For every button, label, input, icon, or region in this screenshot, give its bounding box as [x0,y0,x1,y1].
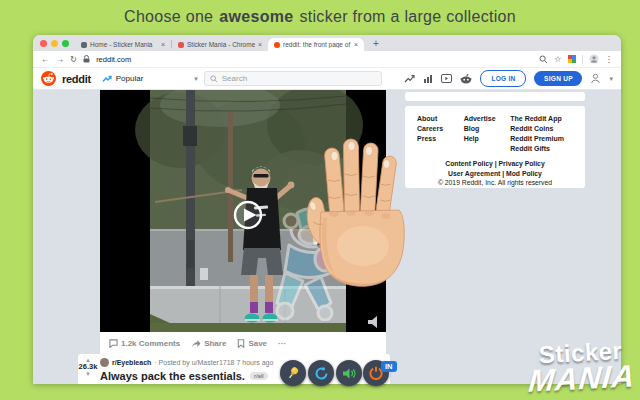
post-meta: · Posted by u/Master1718 7 hours ago [154,359,273,366]
comment-icon [109,339,118,348]
sidebar-link-careers[interactable]: Careers [417,125,464,132]
refresh-stickers-button[interactable] [308,360,334,386]
forward-icon[interactable]: → [56,54,65,64]
post-action-bar: 1.2k Comments Share Save ··· [100,332,386,354]
share-icon [191,339,201,348]
sticker-mania-logo: Sticker MANIA [527,338,636,396]
reddit-favicon [274,42,280,48]
sound-toggle-button[interactable] [336,360,362,386]
post-flair-badge: r/all [250,372,268,380]
chevron-down-icon: ▾ [194,75,198,83]
vote-score: 26.3k [79,363,98,371]
close-window-button[interactable] [40,40,47,47]
reddit-snoo-logo[interactable] [41,71,56,86]
popular-trending-icon[interactable] [404,74,415,84]
search-icon [210,75,218,83]
tab-title: reddit: the front page of the in [283,41,351,48]
lock-icon [83,55,90,63]
promo-banner: Choose one awesome sticker from a large … [0,0,640,34]
tab-bar: Home - Sticker Mania × Sticker Mania - C… [33,35,621,51]
signup-button[interactable]: SIGN UP [534,71,582,86]
logo-line-2: MANIA [528,362,637,396]
feed-selector[interactable]: Popular ▾ [102,74,198,84]
web-store-favicon [178,42,184,48]
banner-text-suffix: sticker from a large collection [299,8,516,26]
tab-home-sticker-mania[interactable]: Home - Sticker Mania × [75,38,171,51]
ellipsis-icon: ··· [278,339,286,348]
policy-links-row2[interactable]: User Agreement | Mod Policy [417,169,573,179]
sidebar-link-blog[interactable]: Blog [464,125,511,132]
browser-menu-icon[interactable]: ⋮ [605,54,614,64]
login-button[interactable]: LOG IN [480,70,526,87]
subreddit-avatar[interactable] [100,358,109,367]
sticker-mania-favicon [81,42,87,48]
chrome-profile-icon[interactable] [589,54,599,64]
reload-icon[interactable]: ↻ [70,54,77,64]
post-title[interactable]: Always pack the essentials. [100,370,245,382]
sidebar-card-partial [405,92,585,101]
close-tab-icon[interactable]: × [354,41,358,48]
sidebar-link-help[interactable]: Help [464,135,511,142]
zoom-window-button[interactable] [62,40,69,47]
sidebar-footer-card: About Careers Press Advertise Blog Help … [405,106,585,188]
bookmark-star-icon[interactable]: ☆ [554,54,562,64]
close-tab-icon[interactable]: × [161,41,165,48]
sidebar-link-about[interactable]: About [417,115,464,122]
copyright-text: © 2019 Reddit, Inc. All rights reserved [417,178,573,188]
minimize-window-button[interactable] [51,40,58,47]
tab-title: Home - Sticker Mania [90,41,158,48]
downvote-icon[interactable]: ▼ [85,371,91,377]
close-tab-icon[interactable]: × [258,41,262,48]
sidebar-link-reddit-app[interactable]: The Reddit App [510,115,573,122]
divider [582,55,583,64]
more-options-button[interactable]: ··· [278,339,286,348]
refresh-icon [314,366,329,381]
share-label: Share [204,339,226,348]
subreddit-link[interactable]: r/Eyebleach [112,359,151,366]
comments-label: 1.2k Comments [121,339,180,348]
original-video-icon[interactable] [441,74,452,83]
tab-chrome-web-store[interactable]: Sticker Mania - Chrome Web S × [172,38,268,51]
chevron-down-icon[interactable]: ▾ [609,75,613,83]
sticker-mania-extension-icon[interactable] [568,55,576,63]
tab-title: Sticker Mania - Chrome Web S [187,41,255,48]
speaker-icon [342,367,356,380]
banner-text-prefix: Choose one [124,8,213,26]
vote-column: ▲ 26.3k ▼ [78,354,98,384]
in-status-badge: IN [381,361,397,372]
tab-reddit-active[interactable]: reddit: the front page of the in × [268,38,364,51]
share-button[interactable]: Share [191,339,226,348]
url-field[interactable]: reddit.com [96,55,131,64]
save-button[interactable]: Save [237,339,267,348]
reddit-wordmark[interactable]: reddit [62,73,91,85]
trending-icon [102,74,112,84]
sidebar-link-reddit-premium[interactable]: Reddit Premium [510,135,573,142]
pin-sticker-button[interactable] [280,360,306,386]
sidebar-link-reddit-coins[interactable]: Reddit Coins [510,125,573,132]
pushpin-icon [286,366,300,380]
save-label: Save [248,339,267,348]
address-bar: ← → ↻ reddit.com ☆ ⋮ [33,51,621,68]
back-icon[interactable]: ← [41,54,50,64]
bookmark-icon [237,339,245,348]
user-account-icon[interactable] [590,73,601,84]
search-placeholder: Search [222,74,247,83]
top-communities-icon[interactable] [423,74,433,84]
sidebar-link-press[interactable]: Press [417,135,464,142]
play-button[interactable] [235,202,261,228]
sidebar-link-reddit-gifts[interactable]: Reddit Gifts [510,145,573,152]
policy-links-row1[interactable]: Content Policy | Privacy Policy [417,159,573,169]
search-icon[interactable] [539,55,548,64]
reddit-header: reddit Popular ▾ Search LOG IN SIGN UP ▾ [33,68,621,90]
sidebar-link-advertise[interactable]: Advertise [464,115,511,122]
hand-sticker[interactable] [301,134,407,294]
snoo-avatar-icon[interactable] [460,74,472,84]
feed-label: Popular [116,74,144,83]
search-input[interactable]: Search [204,71,382,86]
window-controls [33,35,75,51]
new-tab-button[interactable]: + [373,38,379,49]
banner-text-highlight: awesome [219,8,293,26]
comments-button[interactable]: 1.2k Comments [109,339,180,348]
